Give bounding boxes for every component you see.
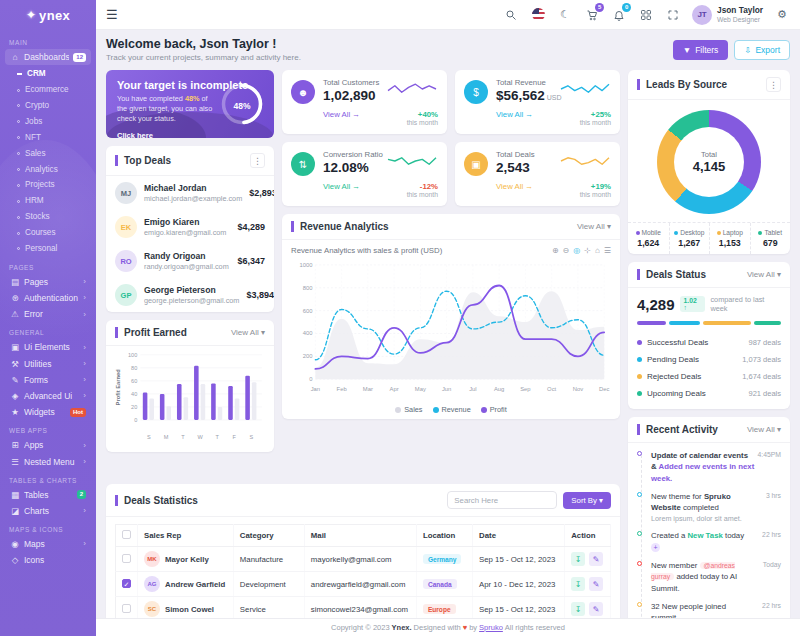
row-checkbox[interactable] bbox=[122, 554, 131, 563]
legend-label: Revenue bbox=[442, 405, 471, 414]
sidebar-section-label: TABLES & CHARTS bbox=[9, 477, 87, 484]
stat-view-all-link[interactable]: View All → bbox=[496, 110, 533, 119]
sidebar-item-icons[interactable]: ◇Icons bbox=[5, 552, 91, 568]
sidebar-item-error[interactable]: ⚠Error› bbox=[5, 306, 91, 322]
column-header[interactable]: Action bbox=[565, 525, 611, 547]
sidebar-item-widgets[interactable]: ★WidgetsHot bbox=[5, 404, 91, 420]
sidebar-item-dashboards[interactable]: ⌂Dashboards12 bbox=[5, 49, 91, 65]
sidebar-item-maps[interactable]: ◉Maps› bbox=[5, 536, 91, 552]
deal-amount: $3,894 bbox=[246, 290, 274, 300]
zoom-in-icon[interactable]: ⊕ bbox=[552, 246, 559, 255]
row-checkbox[interactable]: ✓ bbox=[122, 579, 131, 588]
leads-options-icon[interactable]: ⋮ bbox=[766, 77, 781, 92]
filters-button[interactable]: ▼Filters bbox=[673, 40, 729, 60]
leads-legend: Mobile1,624Desktop1,267Laptop1,153Tablet… bbox=[628, 222, 790, 254]
column-header[interactable]: Category bbox=[233, 525, 304, 547]
legend-item: Sales bbox=[395, 405, 422, 414]
sidebar-subitem-projects[interactable]: Projects bbox=[5, 177, 91, 193]
profit-view-all[interactable]: View All ▾ bbox=[231, 328, 265, 337]
user-profile-chip[interactable]: JT Json Taylor Web Designer bbox=[692, 5, 763, 25]
download-action-icon[interactable]: ↧ bbox=[571, 602, 585, 616]
stat-view-all-link[interactable]: View All → bbox=[496, 182, 533, 191]
reset-home-icon[interactable]: ⌂ bbox=[595, 246, 600, 255]
sidebar-item-apps[interactable]: ⊞Apps› bbox=[5, 437, 91, 453]
top-deal-row: RORandy Origoanrandy.origoan@gmail.com$6… bbox=[106, 244, 274, 278]
stat-view-all-link[interactable]: View All → bbox=[323, 110, 360, 119]
export-button[interactable]: ⇩Export bbox=[734, 40, 790, 60]
sidebar-item-advanced-ui[interactable]: ◈Advanced Ui› bbox=[5, 388, 91, 404]
sidebar-subitem-personal[interactable]: Personal bbox=[5, 241, 91, 257]
svg-text:Oct: Oct bbox=[547, 386, 556, 392]
sidebar-item-charts[interactable]: ◪Charts› bbox=[5, 503, 91, 519]
select-all-checkbox[interactable] bbox=[122, 530, 131, 539]
legend-item: Profit bbox=[481, 405, 507, 414]
column-header[interactable]: Mail bbox=[304, 525, 416, 547]
sidebar-subitem-analytics[interactable]: Analytics bbox=[5, 162, 91, 178]
settings-gear-icon[interactable]: ⚙ bbox=[774, 7, 790, 23]
leads-legend-tablet: Tablet679 bbox=[750, 223, 791, 254]
sidebar-subitem-hrm[interactable]: HRM bbox=[5, 193, 91, 209]
date-cell: Sep 15 - Oct 12, 2023 bbox=[473, 597, 565, 618]
sidebar-item-label: Advanced Ui bbox=[24, 391, 79, 401]
apps-grid-icon[interactable] bbox=[638, 7, 654, 23]
sparkline-chart bbox=[386, 151, 438, 175]
sidebar-menu: MAIN⌂Dashboards12CRMEcommerceCryptoJobsN… bbox=[0, 30, 96, 577]
hamburger-menu-icon[interactable]: ☰ bbox=[106, 7, 118, 22]
top-deals-options-icon[interactable]: ⋮ bbox=[250, 153, 265, 168]
table-search-input[interactable] bbox=[447, 491, 557, 509]
sidebar-subitem-label: Stocks bbox=[25, 211, 50, 223]
sidebar-item-label: Nested Menu bbox=[24, 457, 79, 467]
pan-icon[interactable]: ⊹ bbox=[584, 246, 591, 255]
sidebar-subitem-jobs[interactable]: Jobs bbox=[5, 114, 91, 130]
sidebar-subitem-stocks[interactable]: Stocks bbox=[5, 209, 91, 225]
download-action-icon[interactable]: ↧ bbox=[571, 577, 585, 591]
sidebar-item-forms[interactable]: ✎Forms› bbox=[5, 372, 91, 388]
sidebar-item-utilities[interactable]: ⚒Utilities› bbox=[5, 356, 91, 372]
download-action-icon[interactable]: ↧ bbox=[571, 552, 585, 566]
deals-status-view-all[interactable]: View All ▾ bbox=[747, 270, 781, 279]
app-logo[interactable]: ✦ ynex bbox=[0, 0, 96, 30]
edit-action-icon[interactable]: ✎ bbox=[589, 602, 603, 616]
language-flag-icon[interactable] bbox=[530, 7, 546, 23]
sidebar-item-authentication[interactable]: ⊛Authentication› bbox=[5, 290, 91, 306]
column-header[interactable]: Location bbox=[416, 525, 472, 547]
edit-action-icon[interactable]: ✎ bbox=[589, 552, 603, 566]
sidebar-subitem-sales[interactable]: Sales bbox=[5, 146, 91, 162]
row-checkbox[interactable] bbox=[122, 604, 131, 613]
column-header[interactable]: Sales Rep bbox=[138, 525, 234, 547]
fullscreen-icon[interactable] bbox=[665, 7, 681, 23]
sidebar-subitem-crm[interactable]: CRM bbox=[5, 66, 91, 82]
category-cell: Development bbox=[233, 572, 304, 597]
top-deals-list: MJMichael Jordanmichael.jordan@example.c… bbox=[106, 176, 274, 312]
revenue-view-all[interactable]: View All ▾ bbox=[577, 222, 611, 231]
zoom-out-icon[interactable]: ⊖ bbox=[563, 246, 570, 255]
edit-action-icon[interactable]: ✎ bbox=[589, 577, 603, 591]
cart-icon[interactable]: 5 bbox=[584, 7, 600, 23]
sidebar-subitem-nft[interactable]: NFT bbox=[5, 130, 91, 146]
stat-view-all-link[interactable]: View All → bbox=[323, 182, 360, 191]
target-click-here-link[interactable]: Click here bbox=[117, 131, 153, 138]
sidebar-subitem-ecommerce[interactable]: Ecommerce bbox=[5, 82, 91, 98]
avatar: EK bbox=[115, 216, 137, 238]
bullet-icon bbox=[17, 89, 20, 92]
svg-text:Jan: Jan bbox=[311, 386, 320, 392]
sidebar-item-label: Charts bbox=[24, 506, 79, 516]
sidebar-item-nested-menu[interactable]: ☰Nested Menu› bbox=[5, 454, 91, 470]
sidebar-item-tables[interactable]: ▦Tables2 bbox=[5, 487, 91, 503]
dark-mode-moon-icon[interactable]: ☾ bbox=[557, 7, 573, 23]
notifications-bell-icon[interactable]: 0 bbox=[611, 7, 627, 23]
deal-name: Randy Origoan bbox=[144, 251, 229, 262]
sidebar-item-pages[interactable]: ▤Pages› bbox=[5, 274, 91, 290]
search-icon[interactable] bbox=[503, 7, 519, 23]
sales-rep-cell: MKMayor Kelly bbox=[144, 551, 227, 567]
sidebar-subitem-courses[interactable]: Courses bbox=[5, 225, 91, 241]
sidebar-item-ui-elements[interactable]: ▣Ui Elements› bbox=[5, 339, 91, 355]
recent-activity-view-all[interactable]: View All ▾ bbox=[747, 425, 781, 434]
sales-rep-name: Simon Cowel bbox=[165, 605, 214, 614]
sort-by-button[interactable]: Sort By ▾ bbox=[563, 492, 611, 509]
sidebar-subitem-crypto[interactable]: Crypto bbox=[5, 98, 91, 114]
footer-vendor-link[interactable]: Spruko bbox=[479, 623, 503, 632]
selection-zoom-icon[interactable]: ◎ bbox=[573, 246, 580, 255]
menu-icon[interactable]: ☰ bbox=[604, 246, 611, 255]
column-header[interactable]: Date bbox=[473, 525, 565, 547]
